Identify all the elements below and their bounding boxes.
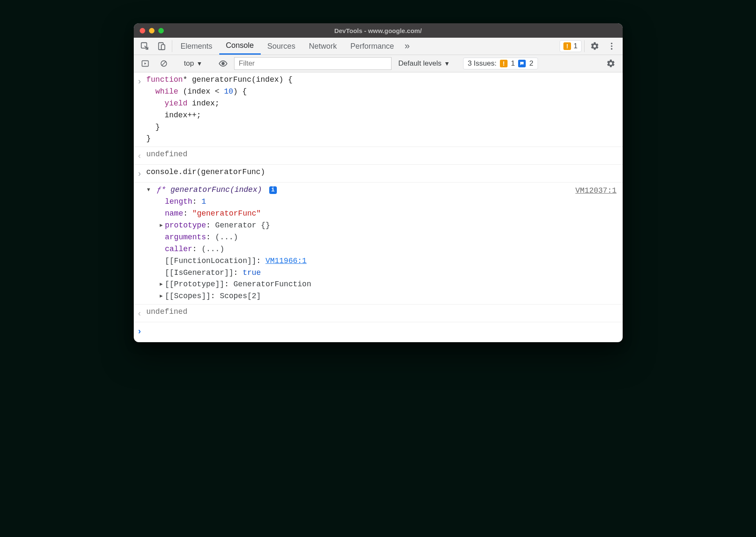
console-input-row: console.dir(generatorFunc) — [134, 165, 623, 183]
tab-performance[interactable]: Performance — [344, 38, 401, 55]
chevron-down-icon: ▼ — [444, 60, 450, 67]
source-link[interactable]: VM12037:1 — [575, 184, 616, 197]
property-row[interactable]: name: "generatorFunc" — [159, 208, 571, 220]
svg-point-9 — [222, 62, 224, 65]
console-toolbar: top ▼ Default levels ▼ 3 Issues: ! 1 2 — [134, 55, 623, 72]
svg-point-3 — [611, 43, 613, 44]
disclosure-triangle-icon[interactable] — [159, 220, 165, 232]
console-output-body: undefined — [146, 149, 617, 161]
window-controls — [140, 28, 164, 33]
code-text: } — [146, 123, 160, 131]
issues-warn-count-2: 1 — [511, 59, 515, 68]
console-log: function* generatorFunc(index) { while (… — [134, 72, 623, 342]
function-signature: generatorFunc(index) — [166, 185, 262, 194]
devtools-window: DevTools - www.google.com/ Elements Cons… — [134, 23, 623, 342]
code-text — [146, 99, 165, 108]
function-glyph: ƒ* — [157, 185, 166, 194]
object-header[interactable]: ƒ* generatorFunc(index) i — [146, 184, 571, 196]
inspect-element-button[interactable] — [136, 38, 153, 55]
log-levels-selector[interactable]: Default levels ▼ — [394, 59, 454, 68]
titlebar: DevTools - www.google.com/ — [134, 23, 623, 38]
chevron-down-icon: ▼ — [196, 60, 202, 67]
console-input-row: function* generatorFunc(index) { while (… — [134, 72, 623, 147]
property-row[interactable]: [[Prototype]]: GeneratorFunction — [159, 279, 571, 291]
info-icon[interactable]: i — [269, 186, 277, 194]
console-input-body[interactable]: function* generatorFunc(index) { while (… — [146, 74, 617, 145]
svg-point-4 — [611, 45, 613, 47]
property-row[interactable]: prototype: Generator {} — [159, 220, 571, 232]
code-text: generatorFunc(index) { — [188, 75, 292, 84]
console-output-row: undefined — [134, 304, 623, 322]
disclosure-triangle-icon[interactable] — [159, 291, 165, 302]
tab-network[interactable]: Network — [302, 38, 344, 55]
issues-warn-count: 1 — [574, 42, 577, 50]
close-window-button[interactable] — [140, 28, 145, 33]
more-options-button[interactable] — [603, 38, 620, 55]
code-keyword: yield — [165, 99, 188, 108]
code-text: } — [146, 134, 151, 143]
console-output-body: undefined — [146, 306, 617, 318]
input-marker-icon — [137, 166, 146, 180]
issues-prefix: 3 Issues: — [468, 59, 497, 68]
issues-badge-top[interactable]: ! 1 — [560, 40, 581, 52]
svg-point-5 — [611, 48, 613, 50]
input-marker-icon — [137, 74, 146, 88]
blank-gutter — [137, 184, 146, 185]
property-row[interactable]: [[FunctionLocation]]: VM11966:1 — [159, 255, 571, 267]
divider — [584, 40, 585, 52]
code-keyword: while — [155, 87, 178, 96]
property-row[interactable]: length: 1 — [159, 196, 571, 208]
property-row[interactable]: [[IsGenerator]]: true — [159, 267, 571, 279]
code-number: 10 — [224, 87, 233, 96]
live-expression-button[interactable] — [215, 59, 232, 68]
console-dir-row: ƒ* generatorFunc(index) i length: 1 name… — [134, 183, 623, 304]
code-text: ) { — [233, 87, 247, 96]
disclosure-triangle-icon[interactable] — [159, 279, 165, 291]
code-text: index; — [188, 99, 220, 108]
tabs-overflow-button[interactable]: » — [401, 38, 414, 55]
console-output-row: undefined — [134, 147, 623, 165]
output-marker-icon — [137, 149, 146, 163]
console-input-body[interactable]: console.dir(generatorFunc) — [146, 166, 617, 178]
clear-console-button[interactable] — [156, 59, 172, 68]
code-text: * — [183, 75, 188, 84]
toggle-console-sidebar-button[interactable] — [137, 59, 153, 68]
message-icon — [518, 60, 526, 67]
code-keyword: function — [146, 75, 183, 84]
console-dir-body: ƒ* generatorFunc(index) i length: 1 name… — [146, 184, 571, 302]
device-toolbar-button[interactable] — [153, 38, 170, 55]
window-title: DevTools - www.google.com/ — [134, 27, 623, 34]
source-link[interactable]: VM11966:1 — [265, 257, 306, 265]
issues-info-count: 2 — [529, 59, 533, 68]
svg-line-8 — [162, 61, 166, 66]
property-row[interactable]: [[Scopes]]: Scopes[2] — [159, 291, 571, 302]
code-text: index++; — [146, 111, 201, 119]
prompt-caret-icon: › — [137, 325, 146, 338]
property-list: length: 1 name: "generatorFunc" prototyp… — [159, 196, 571, 302]
warning-icon: ! — [500, 60, 508, 67]
context-label: top — [184, 59, 194, 68]
issues-combo[interactable]: 3 Issues: ! 1 2 — [463, 58, 538, 69]
tab-elements[interactable]: Elements — [174, 38, 219, 55]
minimize-window-button[interactable] — [149, 28, 155, 33]
divider — [172, 40, 172, 52]
warning-icon: ! — [563, 42, 571, 50]
code-text — [146, 87, 156, 96]
svg-rect-2 — [161, 44, 165, 50]
output-marker-icon — [137, 306, 146, 320]
code-text: (index < — [178, 87, 224, 96]
tab-console[interactable]: Console — [219, 38, 261, 55]
context-selector[interactable]: top ▼ — [181, 59, 206, 68]
console-settings-button[interactable] — [602, 59, 619, 68]
panel-tabs-bar: Elements Console Sources Network Perform… — [134, 38, 623, 55]
settings-button[interactable] — [586, 38, 603, 55]
console-prompt[interactable]: › — [134, 322, 623, 342]
filter-input[interactable] — [234, 57, 392, 70]
log-levels-label: Default levels — [398, 59, 441, 68]
maximize-window-button[interactable] — [158, 28, 164, 33]
property-row[interactable]: caller: (...) — [159, 244, 571, 255]
tab-sources[interactable]: Sources — [261, 38, 302, 55]
property-row[interactable]: arguments: (...) — [159, 232, 571, 244]
disclosure-triangle-icon[interactable] — [146, 184, 152, 196]
